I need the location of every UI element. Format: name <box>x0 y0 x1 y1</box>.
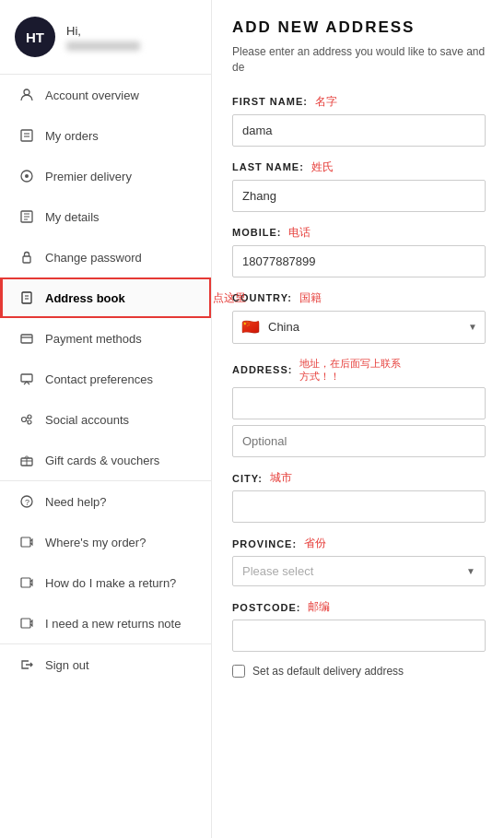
user-info: Hi, <box>66 24 140 51</box>
first-name-annotation: 名字 <box>315 94 337 110</box>
svg-rect-16 <box>21 374 32 382</box>
sidebar-item-my-orders[interactable]: My orders <box>0 115 211 156</box>
default-delivery-label[interactable]: Set as default delivery address <box>252 665 404 678</box>
sidebar-item-payment-methods[interactable]: Payment methods <box>0 318 211 359</box>
sidebar-item-label: Payment methods <box>45 332 196 346</box>
first-name-input[interactable] <box>232 114 486 147</box>
sidebar-item-change-password[interactable]: Change password <box>0 237 211 277</box>
sidebar-item-gift-cards[interactable]: Gift cards & vouchers <box>0 440 211 480</box>
first-name-label: FIRST NAME: <box>232 96 308 107</box>
orders-icon <box>18 126 36 145</box>
chevron-down-icon: ▼ <box>466 566 475 576</box>
province-label-row: PROVINCE: 省份 <box>232 536 486 551</box>
country-field: COUNTRY: 国籍 🇨🇳 China ▼ <box>232 290 486 344</box>
country-select-wrapper[interactable]: 🇨🇳 China ▼ <box>232 311 486 344</box>
main-content: ADD NEW ADDRESS Please enter an address … <box>212 0 504 838</box>
svg-line-20 <box>26 418 28 419</box>
address-book-icon <box>18 289 36 307</box>
country-select[interactable]: China <box>268 320 464 334</box>
svg-rect-28 <box>21 578 30 587</box>
gift-icon <box>18 451 36 469</box>
sidebar-item-returns-note[interactable]: I need a new returns note <box>0 603 211 643</box>
returns-note-icon <box>18 614 36 632</box>
city-annotation: 城市 <box>270 470 292 486</box>
city-label-row: CITY: 城市 <box>232 470 486 486</box>
sidebar-item-label: Premier delivery <box>45 170 196 183</box>
sidebar-item-wheres-my-order[interactable]: Where's my order? <box>0 522 211 562</box>
sidebar: HT Hi, Account overview My orders <box>0 0 212 838</box>
mobile-label: MOBILE: <box>232 227 281 238</box>
address-label: ADDRESS: <box>232 364 292 375</box>
svg-rect-27 <box>21 537 30 547</box>
postcode-field: POSTCODE: 邮编 <box>232 599 486 652</box>
last-name-label: LAST NAME: <box>232 161 304 172</box>
svg-rect-14 <box>21 335 32 343</box>
user-name-blurred <box>66 41 140 51</box>
svg-text:?: ? <box>25 498 29 507</box>
contact-icon <box>18 370 36 388</box>
postcode-input[interactable] <box>232 620 486 652</box>
nav-list: Account overview My orders Premier deliv… <box>0 75 211 685</box>
sidebar-item-my-details[interactable]: My details <box>0 196 211 237</box>
svg-rect-11 <box>22 292 31 303</box>
country-flag: 🇨🇳 <box>240 317 261 337</box>
sidebar-item-sign-out[interactable]: Sign out <box>0 644 211 685</box>
sidebar-item-label: My details <box>45 210 196 224</box>
sidebar-item-label: My orders <box>45 129 196 143</box>
sidebar-item-label: I need a new returns note <box>45 617 196 631</box>
first-name-field: FIRST NAME: 名字 <box>232 94 486 147</box>
user-greeting: Hi, <box>66 24 140 38</box>
avatar: HT <box>15 17 55 57</box>
sidebar-item-social-accounts[interactable]: Social accounts <box>0 399 211 440</box>
default-delivery-checkbox[interactable] <box>232 665 245 678</box>
account-icon <box>18 86 36 104</box>
svg-point-5 <box>25 174 29 178</box>
svg-point-0 <box>24 89 29 95</box>
sidebar-item-label: Need help? <box>45 495 196 509</box>
address-line2-input[interactable] <box>232 425 486 457</box>
address-line1-input[interactable] <box>232 387 486 419</box>
province-select-wrapper[interactable]: Please select ▼ <box>232 556 486 586</box>
svg-point-18 <box>28 415 31 419</box>
address-label-row: ADDRESS: 地址，在后面写上联系方式！！ <box>232 357 486 384</box>
svg-line-21 <box>26 420 28 421</box>
city-label: CITY: <box>232 473 263 484</box>
address-book-annotation: 点这里 <box>213 290 246 306</box>
city-input[interactable] <box>232 490 486 523</box>
sidebar-item-contact-preferences[interactable]: Contact preferences <box>0 359 211 399</box>
sidebar-item-premier-delivery[interactable]: Premier delivery <box>0 156 211 196</box>
mobile-label-row: MOBILE: 电话 <box>232 225 486 241</box>
svg-rect-10 <box>23 256 30 263</box>
city-field: CITY: 城市 <box>232 470 486 523</box>
default-delivery-row: Set as default delivery address <box>232 665 486 678</box>
postcode-annotation: 邮编 <box>308 599 330 615</box>
sidebar-item-need-help[interactable]: ? Need help? <box>0 481 211 522</box>
sidebar-item-how-return[interactable]: How do I make a return? <box>0 562 211 603</box>
svg-rect-29 <box>21 619 30 628</box>
social-icon <box>18 410 36 429</box>
country-label-row: COUNTRY: 国籍 <box>232 290 486 306</box>
sidebar-item-label: Address book <box>45 291 196 305</box>
signout-icon <box>18 655 36 674</box>
svg-point-19 <box>28 420 31 424</box>
sidebar-item-address-book[interactable]: Address book <box>0 277 211 318</box>
sidebar-item-label: Gift cards & vouchers <box>45 454 196 467</box>
province-select[interactable]: Please select <box>242 564 463 578</box>
premier-icon <box>18 167 36 185</box>
details-icon <box>18 207 36 226</box>
payment-icon <box>18 329 36 348</box>
sidebar-item-label: Social accounts <box>45 413 196 427</box>
sidebar-item-label: Contact preferences <box>45 372 196 386</box>
last-name-annotation: 姓氏 <box>311 159 334 175</box>
svg-rect-1 <box>21 130 32 141</box>
province-field: PROVINCE: 省份 Please select ▼ <box>232 536 486 586</box>
mobile-input[interactable] <box>232 245 486 277</box>
postcode-label-row: POSTCODE: 邮编 <box>232 599 486 615</box>
postcode-label: POSTCODE: <box>232 602 300 613</box>
mobile-field: MOBILE: 电话 <box>232 225 486 277</box>
order-track-icon <box>18 533 36 551</box>
chevron-down-icon: ▼ <box>468 322 477 332</box>
sidebar-item-label: How do I make a return? <box>45 576 196 590</box>
sidebar-item-account-overview[interactable]: Account overview <box>0 75 211 115</box>
last-name-input[interactable] <box>232 180 486 212</box>
